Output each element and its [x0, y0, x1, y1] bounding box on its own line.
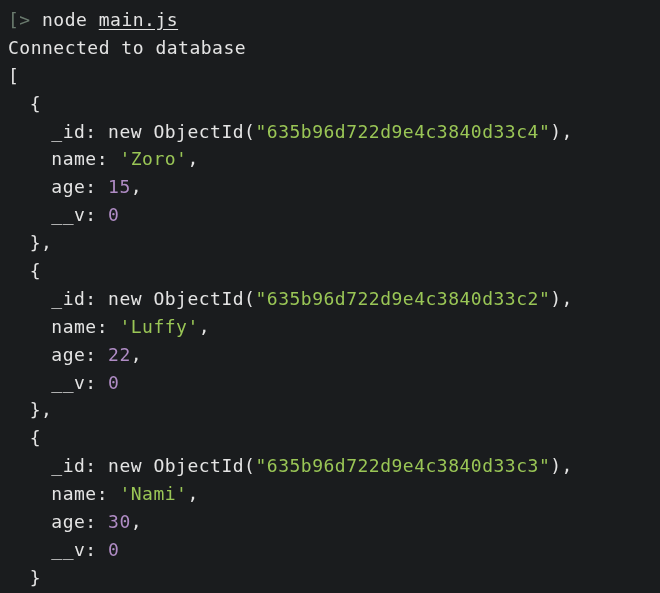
id-key: _id:: [51, 121, 96, 142]
v-value: 0: [108, 539, 119, 560]
field-age: age: 22,: [8, 341, 652, 369]
age-value: 22: [108, 344, 131, 365]
terminal-output: [> node main.js Connected to database [ …: [8, 6, 652, 593]
name-value: 'Luffy': [119, 316, 198, 337]
field-v: __v: 0: [8, 201, 652, 229]
age-key: age:: [51, 344, 96, 365]
id-new: new: [108, 121, 142, 142]
prompt-command: node: [42, 9, 87, 30]
age-key: age:: [51, 511, 96, 532]
name-value: 'Zoro': [119, 148, 187, 169]
v-value: 0: [108, 372, 119, 393]
object-close: },: [8, 396, 652, 424]
prompt-line[interactable]: [> node main.js: [8, 6, 652, 34]
object-open: {: [8, 424, 652, 452]
name-comma: ,: [199, 316, 210, 337]
id-value: "635b96d722d9e4c3840d33c3": [255, 455, 550, 476]
v-value: 0: [108, 204, 119, 225]
age-key: age:: [51, 176, 96, 197]
field-v: __v: 0: [8, 536, 652, 564]
age-comma: ,: [131, 344, 142, 365]
field-id: _id: new ObjectId("635b96d722d9e4c3840d3…: [8, 452, 652, 480]
name-comma: ,: [187, 483, 198, 504]
prompt-filename: main.js: [99, 9, 178, 30]
id-close: ),: [550, 121, 573, 142]
age-comma: ,: [131, 511, 142, 532]
id-key: _id:: [51, 455, 96, 476]
v-key: __v:: [51, 539, 96, 560]
name-value: 'Nami': [119, 483, 187, 504]
field-id: _id: new ObjectId("635b96d722d9e4c3840d3…: [8, 118, 652, 146]
id-value: "635b96d722d9e4c3840d33c4": [255, 121, 550, 142]
field-age: age: 15,: [8, 173, 652, 201]
id-close: ),: [550, 288, 573, 309]
v-key: __v:: [51, 372, 96, 393]
field-v: __v: 0: [8, 369, 652, 397]
id-key: _id:: [51, 288, 96, 309]
field-name: name: 'Nami',: [8, 480, 652, 508]
prompt-caret: >: [19, 9, 30, 30]
v-key: __v:: [51, 204, 96, 225]
id-fn: ObjectId(: [153, 288, 255, 309]
id-new: new: [108, 288, 142, 309]
id-fn: ObjectId(: [153, 455, 255, 476]
age-value: 30: [108, 511, 131, 532]
object-open: {: [8, 257, 652, 285]
field-name: name: 'Luffy',: [8, 313, 652, 341]
id-close: ),: [550, 455, 573, 476]
id-new: new: [108, 455, 142, 476]
array-open: [: [8, 62, 652, 90]
name-comma: ,: [187, 148, 198, 169]
object-open: {: [8, 90, 652, 118]
object-close: }: [8, 564, 652, 592]
id-fn: ObjectId(: [153, 121, 255, 142]
field-name: name: 'Zoro',: [8, 145, 652, 173]
connected-message: Connected to database: [8, 34, 652, 62]
prompt-open-bracket: [: [8, 9, 19, 30]
name-key: name:: [51, 148, 108, 169]
id-value: "635b96d722d9e4c3840d33c2": [255, 288, 550, 309]
field-id: _id: new ObjectId("635b96d722d9e4c3840d3…: [8, 285, 652, 313]
name-key: name:: [51, 316, 108, 337]
object-close: },: [8, 229, 652, 257]
field-age: age: 30,: [8, 508, 652, 536]
age-value: 15: [108, 176, 131, 197]
name-key: name:: [51, 483, 108, 504]
age-comma: ,: [131, 176, 142, 197]
